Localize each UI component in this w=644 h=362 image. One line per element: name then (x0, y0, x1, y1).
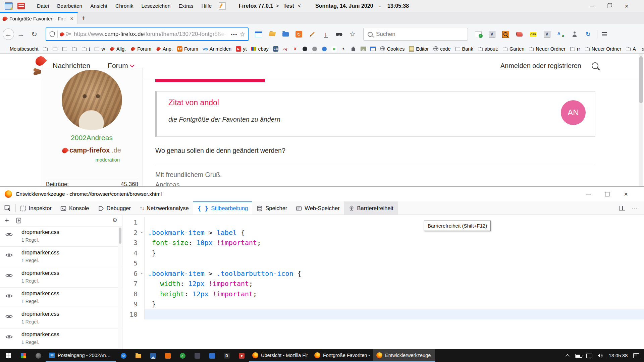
visibility-eye-icon[interactable] (5, 335, 13, 339)
page-scrollbar[interactable] (639, 54, 643, 186)
taskbar-button-devtools[interactable]: Entwicklerwerkzeuge … (373, 349, 435, 362)
stylesheet-entry[interactable]: dropmarker.css1 Regel. (0, 328, 122, 349)
bookmark-item-about-[interactable]: about: (478, 46, 498, 52)
taskbar-icon-red-app[interactable] (234, 349, 249, 362)
bookmark-star-icon[interactable]: ☆ (239, 31, 245, 38)
bookmark-item-w[interactable]: w (94, 46, 105, 52)
close-button[interactable]: × (618, 0, 635, 12)
start-button[interactable] (0, 349, 16, 362)
magnifier-extension-icon[interactable] (501, 27, 510, 41)
taskbar-icon-photos[interactable] (146, 349, 160, 362)
tab-netzwerkanalyse[interactable]: ↑↓ Netzwerkanalyse (135, 201, 193, 215)
open-folder-icon[interactable] (268, 27, 276, 41)
bookmark-item-neuer-ordner[interactable]: Neuer Ordner (585, 46, 622, 52)
devtools-close-button[interactable]: × (616, 187, 635, 201)
restore-button[interactable] (600, 0, 618, 12)
bookmark-item-cookies[interactable]: Cookies (380, 46, 405, 52)
fold-arrow-icon[interactable]: ▾ (141, 228, 143, 238)
bookmark-item-forum[interactable]: Forum (130, 46, 151, 52)
bookmark-item-allg-[interactable]: Allg. (109, 46, 126, 52)
tab-barrierefreiheit[interactable]: Barrierefreiheit (344, 201, 398, 215)
page-actions-icon[interactable]: ••• (231, 32, 237, 37)
stylesheet-entry[interactable]: dropmarker.css1 Regel. (0, 226, 122, 247)
menu-ansicht[interactable]: Ansicht (86, 0, 111, 12)
avatar[interactable] (62, 70, 122, 130)
code-text[interactable]: .bookmark-item > .toolbarbutton-icon { (145, 268, 644, 279)
bookmark-item-editor[interactable]: Editor (409, 46, 429, 52)
options-gear-icon[interactable]: ⚙ (112, 217, 117, 224)
devtools-minimize-button[interactable] (579, 187, 598, 201)
bookmark-item[interactable] (370, 46, 376, 52)
signin-link[interactable]: Anmelden oder registrieren (500, 54, 581, 78)
account-icon[interactable] (570, 27, 579, 41)
site-identity-flame-icon[interactable] (59, 32, 65, 37)
devtools-maximize-button[interactable] (598, 187, 616, 201)
stylesheet-entry[interactable]: dropmarker.css1 Regel. (0, 267, 122, 288)
menu-bearbeiten[interactable]: Bearbeiten (53, 0, 86, 12)
app-menu-icon[interactable] (599, 27, 609, 41)
stylesheet-entry[interactable]: dropmarker.css1 Regel. (0, 308, 122, 328)
taskbar-icon-edge[interactable]: e (116, 349, 131, 362)
table-addon-icon[interactable] (17, 3, 25, 9)
taskbar-colorful-app-icon[interactable] (16, 349, 31, 362)
bookmark-item[interactable] (43, 46, 48, 52)
visibility-eye-icon[interactable] (5, 273, 13, 278)
bookmark-item[interactable] (52, 46, 58, 52)
sidebar-toggle-icon[interactable] (254, 27, 263, 41)
bookmark-item[interactable] (361, 46, 366, 52)
bookmark-item[interactable]: Gf (283, 46, 288, 52)
taskbar-icon-green-check-app[interactable]: ✓ (175, 349, 190, 362)
visibility-eye-icon[interactable] (5, 232, 13, 237)
new-tab-button[interactable]: + (78, 12, 89, 24)
taskbar-dark-circle-app-icon[interactable] (31, 349, 46, 362)
minimize-button[interactable] (583, 0, 600, 12)
bookmark-item-anmelden[interactable]: wpAnmelden (203, 46, 231, 52)
url-bar[interactable]: https://www.camp-firefox.de/forum/thema/… (46, 27, 249, 41)
code-text[interactable]: .bookmark-item > label { (145, 228, 644, 238)
menu-lesezeichen[interactable]: Lesezeichen (137, 0, 174, 12)
code-text[interactable] (145, 217, 644, 228)
script-extension-icon[interactable] (515, 27, 524, 41)
import-stylesheet-icon[interactable] (14, 218, 24, 224)
bookmark-item-a[interactable]: A (626, 46, 636, 52)
taskbar-button-mail[interactable]: ✉ Posteingang - 2002An… (46, 349, 116, 362)
menu-chronik[interactable]: Chronik (111, 0, 137, 12)
fold-arrow-icon[interactable]: ▾ (141, 268, 143, 279)
forward-button[interactable]: → (14, 27, 28, 41)
new-stylesheet-button[interactable]: + (0, 216, 14, 225)
bookmark-item-anp-[interactable]: Anp. (156, 46, 173, 52)
bookmarks-menu-star-icon[interactable]: ☆ (348, 27, 357, 41)
url-text[interactable]: https://www.camp-firefox.de/forum/thema/… (74, 31, 229, 38)
css-extension-icon[interactable]: CSS (529, 27, 538, 41)
taskbar-icon-orange-app[interactable] (160, 349, 175, 362)
tray-chevron-up-icon[interactable] (563, 349, 573, 362)
v-extension-icon-2[interactable]: V (542, 27, 551, 41)
menu-extras[interactable]: Extras (174, 0, 197, 12)
tab-stilbearbeitung[interactable]: { } Stilbearbeitung (193, 201, 253, 215)
battery-icon[interactable] (574, 349, 584, 362)
back-button[interactable]: ← (3, 28, 14, 40)
code-text[interactable]: } (145, 299, 644, 309)
bookmark-item-garten[interactable]: Garten (502, 46, 524, 52)
bookmarks-overflow-chevron-icon[interactable]: » (642, 45, 644, 53)
visibility-eye-icon[interactable] (5, 253, 13, 257)
taskbar-icon-explorer[interactable] (131, 349, 146, 362)
session-restore-icon[interactable]: ↻ (294, 27, 303, 41)
bookmark-item[interactable] (62, 46, 67, 52)
tab-inspektor[interactable]: Inspektor (16, 201, 56, 215)
bookmark-item-neuer-ordner[interactable]: Neuer Ordner (529, 46, 566, 52)
code-text[interactable]: height: 12px !important; (145, 289, 644, 299)
blue-folder-icon[interactable] (281, 27, 290, 41)
tab-konsole[interactable]: Konsole (56, 201, 94, 215)
search-bar[interactable]: Suchen (363, 28, 468, 41)
code-text[interactable]: width: 12px !important; (145, 279, 644, 289)
v-extension-icon[interactable]: V (487, 27, 496, 41)
code-text[interactable] (145, 309, 644, 320)
menu-hilfe[interactable]: Hilfe (197, 0, 216, 12)
bookmark-item[interactable]: CB (273, 46, 278, 52)
code-text[interactable] (145, 258, 644, 268)
quoted-user-avatar[interactable]: AN (561, 100, 586, 125)
bookmark-item[interactable] (72, 46, 77, 52)
tab-web-speicher[interactable]: Web-Speicher (291, 201, 344, 215)
private-mask-icon[interactable] (335, 27, 343, 41)
